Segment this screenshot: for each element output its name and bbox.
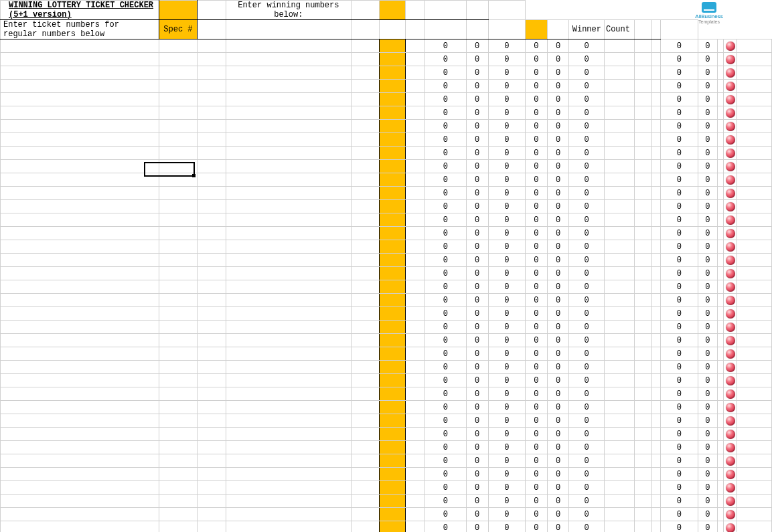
ticket-input-5[interactable] <box>352 428 380 441</box>
win-input-1[interactable] <box>226 20 351 39</box>
ticket-input-5[interactable] <box>352 521 380 533</box>
ticket-input-5[interactable] <box>352 39 380 53</box>
ticket-input-4[interactable] <box>226 428 351 441</box>
ticket-input-2[interactable] <box>159 39 197 53</box>
ticket-input-1[interactable] <box>1 401 159 414</box>
ticket-input-4[interactable] <box>226 307 351 321</box>
spec-cell[interactable] <box>380 374 406 387</box>
win-input-6[interactable] <box>466 20 488 39</box>
ticket-input-4[interactable] <box>226 240 351 254</box>
ticket-input-3[interactable] <box>198 147 226 160</box>
ticket-input-3[interactable] <box>198 173 226 187</box>
ticket-input-5[interactable] <box>352 227 380 240</box>
ticket-input-4[interactable] <box>226 80 351 93</box>
ticket-input-2[interactable] <box>159 147 197 160</box>
ticket-input-4[interactable] <box>226 521 351 533</box>
ticket-input-1[interactable] <box>1 521 159 533</box>
ticket-input-1[interactable] <box>1 508 159 521</box>
ticket-input-1[interactable] <box>1 334 159 347</box>
ticket-input-4[interactable] <box>226 374 351 387</box>
spec-cell[interactable] <box>380 347 406 361</box>
ticket-input-3[interactable] <box>198 120 226 133</box>
ticket-input-2[interactable] <box>159 374 197 387</box>
ticket-input-1[interactable] <box>1 280 159 294</box>
ticket-input-1[interactable] <box>1 160 159 173</box>
ticket-input-3[interactable] <box>198 294 226 307</box>
spec-cell[interactable] <box>380 93 406 106</box>
ticket-input-5[interactable] <box>352 173 380 187</box>
spec-cell[interactable] <box>380 468 406 481</box>
ticket-input-3[interactable] <box>198 495 226 508</box>
spec-cell[interactable] <box>380 361 406 374</box>
ticket-input-3[interactable] <box>198 334 226 347</box>
ticket-input-4[interactable] <box>226 468 351 481</box>
ticket-input-4[interactable] <box>226 414 351 428</box>
ticket-input-2[interactable] <box>159 508 197 521</box>
ticket-input-2[interactable] <box>159 361 197 374</box>
ticket-input-1[interactable] <box>1 495 159 508</box>
ticket-input-5[interactable] <box>352 66 380 80</box>
ticket-input-4[interactable] <box>226 39 351 53</box>
ticket-input-1[interactable] <box>1 294 159 307</box>
ticket-input-5[interactable] <box>352 374 380 387</box>
ticket-input-2[interactable] <box>159 347 197 361</box>
ticket-input-3[interactable] <box>198 254 226 267</box>
ticket-input-4[interactable] <box>226 66 351 80</box>
ticket-input-4[interactable] <box>226 387 351 401</box>
ticket-input-2[interactable] <box>159 280 197 294</box>
spec-cell[interactable] <box>380 521 406 533</box>
ticket-input-4[interactable] <box>226 106 351 120</box>
ticket-input-4[interactable] <box>226 267 351 280</box>
ticket-input-3[interactable] <box>198 401 226 414</box>
ticket-input-5[interactable] <box>352 361 380 374</box>
ticket-input-4[interactable] <box>226 187 351 200</box>
ticket-input-3[interactable] <box>198 160 226 173</box>
ticket-input-2[interactable] <box>159 227 197 240</box>
spec-cell[interactable] <box>380 133 406 147</box>
win-input-5[interactable] <box>424 20 466 39</box>
ticket-input-5[interactable] <box>352 106 380 120</box>
ticket-input-3[interactable] <box>198 267 226 280</box>
ticket-input-2[interactable] <box>159 106 197 120</box>
ticket-input-5[interactable] <box>352 347 380 361</box>
ticket-input-5[interactable] <box>352 387 380 401</box>
ticket-input-5[interactable] <box>352 468 380 481</box>
win-input-4[interactable] <box>405 20 424 39</box>
ticket-input-4[interactable] <box>226 133 351 147</box>
ticket-input-2[interactable] <box>159 267 197 280</box>
spec-cell[interactable] <box>380 106 406 120</box>
ticket-input-3[interactable] <box>198 387 226 401</box>
spec-cell[interactable] <box>380 414 406 428</box>
spec-cell[interactable] <box>380 213 406 227</box>
ticket-input-1[interactable] <box>1 267 159 280</box>
ticket-input-3[interactable] <box>198 374 226 387</box>
ticket-input-5[interactable] <box>352 213 380 227</box>
spec-cell[interactable] <box>380 441 406 454</box>
spec-cell[interactable] <box>380 227 406 240</box>
ticket-input-2[interactable] <box>159 307 197 321</box>
spec-cell[interactable] <box>380 80 406 93</box>
ticket-input-2[interactable] <box>159 200 197 213</box>
ticket-input-2[interactable] <box>159 521 197 533</box>
ticket-input-2[interactable] <box>159 387 197 401</box>
ticket-input-3[interactable] <box>198 321 226 334</box>
ticket-input-5[interactable] <box>352 133 380 147</box>
ticket-input-2[interactable] <box>159 294 197 307</box>
ticket-input-4[interactable] <box>226 401 351 414</box>
ticket-input-2[interactable] <box>159 254 197 267</box>
ticket-input-1[interactable] <box>1 227 159 240</box>
ticket-input-1[interactable] <box>1 414 159 428</box>
ticket-input-5[interactable] <box>352 187 380 200</box>
ticket-input-3[interactable] <box>198 361 226 374</box>
ticket-input-5[interactable] <box>352 147 380 160</box>
ticket-input-2[interactable] <box>159 441 197 454</box>
ticket-input-4[interactable] <box>226 280 351 294</box>
ticket-input-1[interactable] <box>1 254 159 267</box>
ticket-input-1[interactable] <box>1 307 159 321</box>
ticket-input-3[interactable] <box>198 454 226 468</box>
ticket-input-4[interactable] <box>226 147 351 160</box>
ticket-input-3[interactable] <box>198 240 226 254</box>
ticket-input-1[interactable] <box>1 240 159 254</box>
spec-cell[interactable] <box>380 240 406 254</box>
ticket-input-1[interactable] <box>1 361 159 374</box>
